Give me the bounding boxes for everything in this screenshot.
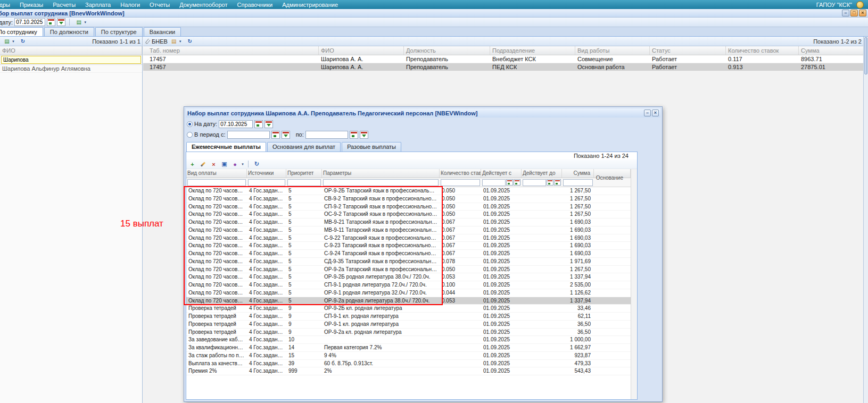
actions-menu-button[interactable]: ▤ ▼	[2, 37, 16, 46]
table-row[interactable]: Премия 2%4 Гос.задание 2119992%01.09.202…	[186, 367, 631, 375]
date-input[interactable]	[14, 18, 45, 26]
filter-input[interactable]	[287, 179, 321, 186]
vertical-scrollbar[interactable]	[863, 37, 868, 403]
column-header[interactable]: Количество ставок	[726, 46, 799, 55]
refresh-button[interactable]: ↻	[18, 37, 28, 46]
tab-po-sotrudniku[interactable]: По сотруднику	[0, 27, 43, 36]
period-to-input[interactable]	[305, 131, 348, 139]
table-row[interactable]: Проверка тетрадей4 Гос.задание 2119ОР-9-…	[186, 305, 631, 313]
calendar-select-icon[interactable]	[360, 131, 368, 139]
on-date-radio[interactable]	[187, 121, 193, 127]
menu-item-raschety[interactable]: Расчеты	[48, 2, 80, 8]
history-button[interactable]: ●	[230, 160, 239, 169]
period-radio[interactable]	[187, 132, 193, 138]
calendar-icon[interactable]	[47, 18, 55, 26]
calendar-select-icon[interactable]	[554, 179, 561, 186]
table-row[interactable]: За стаж работы по профилю (...4 Гос.зада…	[186, 352, 631, 360]
table-row[interactable]: Оклад по 720 часовой годовой...4 Гос.зад…	[186, 234, 631, 242]
tab-osnovaniya-dlya-vyplat[interactable]: Основания для выплат	[267, 142, 341, 152]
table-row[interactable]: За квалификационную категор...4 Гос.зада…	[186, 344, 631, 352]
scrollbar-thumb[interactable]	[864, 37, 867, 74]
menu-item-nalogi[interactable]: Налоги	[115, 2, 145, 8]
refresh-button[interactable]: ↻	[185, 37, 195, 46]
tab-po-strukture[interactable]: По структуре	[95, 27, 143, 36]
table-row[interactable]: За заведование кабинетами, л...4 Гос.зад…	[186, 336, 631, 344]
table-row[interactable]: Проверка тетрадей4 Гос.задание 2119ОР-9-…	[186, 321, 631, 329]
table-row[interactable]: Шарипова Альфинур Аглямовна	[0, 65, 142, 73]
filter-input[interactable]	[323, 179, 439, 186]
calendar-select-icon[interactable]	[282, 131, 290, 139]
filter-input[interactable]	[248, 179, 285, 186]
calendar-icon[interactable]	[506, 179, 513, 186]
grid-menu-button[interactable]: ▤ ▼	[169, 37, 184, 46]
fio-filter-input[interactable]	[1, 56, 141, 64]
table-row[interactable]: Оклад по 720 часовой годовой...4 Гос.зад…	[186, 203, 631, 211]
calendar-select-icon[interactable]	[57, 18, 65, 26]
add-payment-button[interactable]: +	[188, 160, 197, 169]
minimize-icon[interactable]: –	[842, 10, 849, 16]
calendar-icon[interactable]	[350, 131, 358, 139]
filter-date-input[interactable]	[482, 179, 506, 186]
tab-vakansii[interactable]: Вакансии	[144, 27, 181, 36]
column-header-fio[interactable]: ФИО	[0, 46, 142, 55]
column-header[interactable]: Действует с	[481, 169, 522, 178]
column-header[interactable]: Источники	[247, 169, 286, 178]
table-row[interactable]: Оклад по 720 часовой годовой...4 Гос.зад…	[186, 187, 631, 195]
table-row[interactable]: Оклад по 720 часовой годовой...4 Гос.зад…	[186, 250, 631, 258]
calendar-select-icon[interactable]	[514, 179, 520, 186]
calendar-select-icon[interactable]	[264, 120, 273, 128]
maximize-icon[interactable]: □	[850, 10, 858, 16]
table-row[interactable]: Оклад по 720 часовой годовой...4 Гос.зад…	[186, 226, 631, 234]
modal-date-input[interactable]	[219, 120, 253, 128]
table-row[interactable]: Оклад по 720 часовой годовой...4 Гос.зад…	[186, 242, 631, 250]
refresh-button[interactable]: ↻	[252, 160, 261, 169]
menu-item-administrirovanie[interactable]: Администрирование	[277, 2, 343, 8]
user-icon[interactable]	[856, 1, 864, 9]
table-row[interactable]: Проверка тетрадей4 Гос.задание 2119СП-9-…	[186, 313, 631, 321]
table-row[interactable]: Оклад по 720 часовой годовой...4 Гос.зад…	[186, 211, 631, 219]
table-row[interactable]: Оклад по 720 часовой годовой...4 Гос.зад…	[186, 281, 631, 289]
column-header[interactable]: Таб. номер	[143, 46, 319, 55]
tab-razovye-vyplaty[interactable]: Разовые выплаты	[342, 142, 401, 152]
column-header[interactable]: Вид оплаты	[186, 169, 247, 178]
table-row[interactable]: Оклад по 720 часовой годовой...4 Гос.зад…	[186, 219, 631, 226]
table-row[interactable]: Оклад по 720 часовой годовой...4 Гос.зад…	[186, 289, 631, 297]
column-header[interactable]: Сумма	[799, 46, 864, 55]
menu-item-otchety[interactable]: Отчеты	[145, 2, 175, 8]
column-header[interactable]: Сумма	[562, 169, 594, 178]
table-row[interactable]: Оклад по 720 часовой годовой...4 Гос.зад…	[186, 266, 631, 274]
filter-input[interactable]	[563, 179, 593, 186]
menu-item-spravochniki[interactable]: Справочники	[233, 2, 278, 8]
delete-payment-button[interactable]: ×	[209, 160, 218, 169]
chevron-down-icon[interactable]: ▼	[241, 163, 244, 166]
filter-input[interactable]	[441, 179, 480, 186]
menu-item-zarplata[interactable]: Зарплата	[80, 2, 115, 8]
minimize-icon[interactable]: –	[644, 110, 651, 116]
menu-item-prikazy[interactable]: Приказы	[15, 2, 48, 8]
table-row[interactable]: Оклад по 720 часовой годовой...4 Гос.зад…	[186, 273, 631, 281]
menu-item-dokumentooborot[interactable]: Документооборот	[175, 2, 232, 8]
column-header[interactable]: Приоритет	[286, 169, 322, 178]
copy-payment-button[interactable]: ▣	[220, 160, 229, 169]
calendar-icon[interactable]	[254, 120, 263, 128]
calendar-icon[interactable]	[271, 131, 280, 139]
menu-item-kadry[interactable]: Кадры	[0, 2, 15, 8]
table-row[interactable]: Оклад по 720 часовой годовой...4 Гос.зад…	[186, 297, 631, 305]
attachments-label[interactable]: БНЕВ	[152, 38, 168, 45]
close-icon[interactable]: ×	[652, 110, 659, 116]
table-row[interactable]: Выплата за качество по макс. ...4 Гос.за…	[186, 360, 631, 368]
period-from-input[interactable]	[227, 131, 270, 139]
table-row[interactable]: Оклад по 720 часовой годовой...4 Гос.зад…	[186, 195, 631, 203]
column-header-osnovanie[interactable]: Основание	[596, 175, 623, 181]
vertical-scrollbar[interactable]	[631, 169, 637, 399]
column-header[interactable]: ФИО	[319, 46, 404, 55]
filter-date-input[interactable]	[523, 179, 546, 186]
column-header[interactable]: Параметры	[322, 169, 440, 178]
calendar-menu-button[interactable]: ▤ ▼	[73, 18, 88, 27]
tab-po-dolzhnosti[interactable]: По должности	[44, 27, 94, 36]
table-row[interactable]: Проверка тетрадей4 Гос.задание 2119ОР-9-…	[186, 329, 631, 337]
tab-ezhemesyachnye-vyplaty[interactable]: Ежемесячные выплаты	[186, 142, 266, 152]
table-row[interactable]: 17457Шарипова А. А.ПреподавательВнебюдже…	[143, 55, 863, 63]
column-header[interactable]: Должность	[404, 46, 490, 55]
table-row[interactable]: Оклад по 720 часовой годовой...4 Гос.зад…	[186, 258, 631, 266]
